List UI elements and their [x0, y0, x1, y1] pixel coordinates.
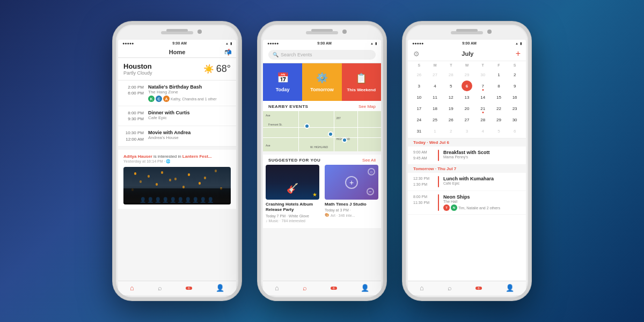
event-row[interactable]: 10:30 PM12:00 AM Movie with Andrea Andre… [118, 126, 236, 146]
signal-dots-3: ●●●●● [412, 41, 423, 45]
inbox-icon[interactable]: 📬 [224, 49, 232, 56]
tab-events[interactable]: 6 [186, 287, 192, 290]
add-event-button[interactable]: + [516, 49, 521, 58]
cal-day[interactable]: 1 [430, 126, 441, 136]
cal-day[interactable]: 6 [509, 126, 520, 136]
cal-day[interactable]: 17 [414, 103, 425, 114]
cal-day[interactable]: 28 [445, 69, 456, 80]
cal-week-6: 31 1 2 3 4 5 6 [411, 126, 523, 136]
bookmark-icon: ★ [312, 192, 317, 197]
cal-day[interactable]: 5 [445, 80, 456, 91]
filter-cards: 📅 Today ⚙️ Tomorrow 📋 This Weekend [263, 63, 381, 101]
cal-day[interactable]: 2 [445, 126, 456, 136]
cal-day[interactable]: 19 [445, 103, 456, 114]
cal-day[interactable]: 12 [445, 92, 456, 103]
cal-day[interactable]: 9 [509, 80, 520, 91]
cal-day[interactable]: 2 [509, 69, 520, 80]
cal-day[interactable]: 29 [462, 69, 472, 80]
filter-weekend[interactable]: 📋 This Weekend [342, 63, 381, 101]
cal-day[interactable]: 30 [478, 69, 488, 80]
cal-day[interactable]: 1 [493, 69, 504, 80]
tab-search-2[interactable]: ⌕ [303, 284, 307, 292]
cal-week-2: 3 4 5 6 7 8 9 [411, 80, 523, 91]
nav-bar-home: Home 📬 [118, 47, 236, 58]
tab-events-2[interactable]: 6 [331, 287, 337, 290]
concert-meta: ♪ Music · 784 interested [266, 219, 319, 223]
cal-day[interactable]: 7 [478, 80, 488, 91]
tab-events-3[interactable]: 6 [475, 287, 482, 290]
filter-tomorrow[interactable]: ⚙️ Tomorrow [302, 63, 341, 101]
art-icon: 🎨 [325, 213, 330, 217]
event-location: Andrea's House [148, 135, 231, 140]
suggested-section: SUGGESTED FOR YOU See All 🎸 ★ Crashing H… [263, 155, 381, 228]
tab-search-3[interactable]: ⌕ [448, 284, 452, 292]
weekend-card-icon: 📋 [355, 72, 367, 84]
cal-day[interactable]: 13 [462, 92, 472, 103]
cal-day[interactable]: 26 [414, 69, 425, 80]
concert-name: Crashing Hotels Album Release Party [266, 202, 319, 213]
agenda-event[interactable]: 8:00 PM11:30 PM Neon Ships The Hall T N … [408, 191, 526, 215]
art-image: + ○ − [325, 165, 378, 200]
cal-day[interactable]: 4 [430, 80, 441, 91]
cal-day[interactable]: 14 [478, 92, 488, 103]
cal-day[interactable]: 3 [462, 126, 472, 136]
cal-day[interactable]: 21 [478, 103, 488, 114]
activity-event: Lantern Fest... [182, 154, 212, 159]
cal-day[interactable]: 31 [414, 126, 425, 136]
music-icon: ♪ [266, 219, 268, 223]
phone-camera-3 [487, 30, 492, 34]
cal-day[interactable]: 20 [462, 103, 472, 114]
art-circle-icon: ○ [368, 168, 375, 175]
cal-day-today[interactable]: 6 [462, 80, 472, 91]
event-row[interactable]: 8:00 PM9:30 PM Dinner with Curtis Cafe E… [118, 106, 236, 126]
tab-profile[interactable]: 👤 [216, 284, 224, 292]
status-time-2: 9:00 AM [317, 41, 332, 45]
see-all-link[interactable]: See All [362, 158, 376, 163]
see-map-link[interactable]: See Map [358, 104, 376, 109]
tab-profile-2[interactable]: 👤 [361, 284, 369, 292]
cal-day[interactable]: 29 [493, 114, 504, 125]
search-placeholder: Search Events [281, 52, 312, 57]
tab-home[interactable]: ⌂ [130, 284, 134, 292]
cal-day[interactable]: 27 [462, 114, 472, 125]
cal-day[interactable]: 26 [445, 114, 456, 125]
cal-day[interactable]: 23 [509, 103, 520, 114]
tab-home-3[interactable]: ⌂ [420, 284, 424, 292]
cal-day[interactable]: 27 [430, 69, 441, 80]
agenda-event[interactable]: 12:30 PM1:30 PM Lunch with Kumahara Cafe… [408, 173, 526, 191]
cal-day[interactable]: 15 [493, 92, 504, 103]
gear-icon[interactable]: ⚙ [413, 50, 420, 58]
tab-home-2[interactable]: ⌂ [275, 284, 279, 292]
cal-day[interactable]: 10 [414, 92, 425, 103]
search-bar[interactable]: 🔍 Search Events [263, 47, 381, 63]
cal-day[interactable]: 8 [493, 80, 504, 91]
agenda-time: 9:00 AM9:45 AM [413, 150, 434, 161]
cal-day[interactable]: 25 [430, 114, 441, 125]
agenda-event[interactable]: 9:00 AM9:45 AM Breakfast with Scott Mama… [408, 147, 526, 165]
today-label: Today [276, 87, 290, 92]
cal-day[interactable]: 16 [509, 92, 520, 103]
cal-day[interactable]: 3 [414, 80, 425, 91]
art-minus-icon: − [367, 188, 374, 195]
status-right-3: ▲ ▮ [515, 41, 522, 45]
tab-search[interactable]: ⌕ [158, 284, 162, 292]
activity-section: Aditya Hauser is interested in Lantern F… [118, 150, 236, 209]
cal-day[interactable]: 4 [478, 126, 488, 136]
cal-day[interactable]: 22 [493, 103, 504, 114]
search-icon: ⌕ [158, 284, 162, 292]
agenda-loc: The Hall [443, 200, 521, 203]
tab-profile-3[interactable]: 👤 [506, 284, 514, 292]
cal-day[interactable]: 24 [414, 114, 425, 125]
map-pin-1 [304, 123, 310, 129]
cal-day[interactable]: 18 [430, 103, 441, 114]
weather-condition: Partly Cloudy [123, 70, 152, 76]
cal-day[interactable]: 30 [509, 114, 520, 125]
map-pin-2 [328, 131, 333, 137]
cal-day[interactable]: 28 [478, 114, 488, 125]
cal-day[interactable]: 5 [493, 126, 504, 136]
event-row[interactable]: 2:00 PM6:00 PM Natalie's Birthday Bash T… [118, 80, 236, 106]
event-card-art[interactable]: + ○ − Math Times J Studio Today at 3 PM … [325, 165, 378, 225]
event-card-concert[interactable]: 🎸 ★ Crashing Hotels Album Release Party … [266, 165, 319, 225]
filter-today[interactable]: 📅 Today [263, 63, 302, 101]
cal-day[interactable]: 11 [430, 92, 441, 103]
